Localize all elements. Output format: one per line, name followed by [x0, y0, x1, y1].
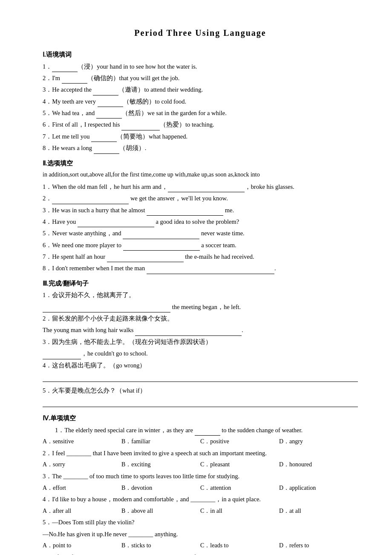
- section-1-q5: 5．We had tea，and （然后）we sat in the garde…: [43, 108, 358, 119]
- section-3-header: Ⅲ.完成/翻译句子: [43, 278, 358, 289]
- section-2-wordbank: in addition,sort out,above all,for the f…: [43, 170, 358, 180]
- section-4-q3: 3．The ________ of too much time to sport…: [43, 471, 358, 493]
- section-1-header: Ⅰ.语境填词: [43, 49, 358, 61]
- section-4-q1: 1．The elderly need special care in winte…: [43, 425, 358, 447]
- q4-choice-c: C．in all: [200, 506, 279, 516]
- q1-choice-a: A．sensitive: [43, 436, 121, 447]
- section-3-q3: 3．因为生病，他不能去上学。（现在分词短语作原因状语） ，he couldn't…: [43, 337, 358, 359]
- section-1-q6: 6．First of all，I respected his （热爱）to te…: [43, 119, 358, 130]
- q2-choice-c: C．pleasant: [200, 460, 279, 470]
- section-2-q8: 8．I don't remember when I met the man .: [43, 263, 358, 274]
- section-1-q3: 3．He accepted the （邀请）to attend their we…: [43, 84, 358, 95]
- section-3-q4: 4．这台机器出毛病了。（go wrong）: [43, 360, 358, 382]
- section-1-q1: 1．（浸）your hand in to see how hot the wat…: [43, 61, 358, 72]
- section-2-q1: 1．When the old man fell，he hurt his arm …: [43, 182, 358, 192]
- section-2-q5: 5．Never waste anything，and never waste t…: [43, 228, 358, 239]
- q5-choice-b: B．sticks to: [121, 541, 200, 551]
- q3-choice-d: D．application: [279, 483, 358, 493]
- section-2-q2: 2． we get the answer，we'll let you know.: [43, 193, 358, 204]
- section-1-q2: 2．I'm （确信的）that you will get the job.: [43, 73, 358, 84]
- q4-choice-b: B．above all: [121, 506, 200, 516]
- section-2: Ⅱ.选项填空 in addition,sort out,above all,fo…: [43, 158, 358, 274]
- q3-choice-a: A．effort: [43, 483, 121, 493]
- q5-choice-a: A．point to: [43, 541, 121, 551]
- q1-choice-c: C．positive: [200, 436, 279, 447]
- section-2-q6: 6．We need one more player to a soccer te…: [43, 240, 358, 251]
- section-4-q6: 6．After a further discussion，both sides_…: [43, 552, 358, 555]
- section-2-q7: 7．He spent half an hour the e-mails he h…: [43, 251, 358, 262]
- section-2-header: Ⅱ.选项填空: [43, 158, 358, 169]
- section-2-q3: 3．He was in such a hurry that he almost …: [43, 205, 358, 216]
- page-title: Period Three Using Language: [43, 26, 358, 40]
- section-1-q4: 4．My teeth are very （敏感的）to cold food.: [43, 96, 358, 107]
- section-1-q7: 7．Let me tell you （简要地）what happened.: [43, 131, 358, 142]
- q2-choice-d: D．honoured: [279, 460, 358, 470]
- q4-choice-d: D．at all: [279, 506, 358, 516]
- section-3: Ⅲ.完成/翻译句子 1．会议开始不久，他就离开了。 the meeting be…: [43, 278, 358, 408]
- section-4: Ⅳ.单项填空 1．The elderly need special care i…: [43, 413, 358, 555]
- q2-choice-a: A．sorry: [43, 460, 121, 470]
- section-3-q5: 5．火车要是晚点怎么办？（what if）: [43, 385, 358, 407]
- q3-choice-b: B．devotion: [121, 483, 200, 493]
- section-4-q2: 2．I feel ________ that I have been invit…: [43, 448, 358, 470]
- q5-choice-c: C．leads to: [200, 541, 279, 551]
- section-2-q4: 4．Have you a good idea to solve the prob…: [43, 217, 358, 227]
- q4-choice-a: A．after all: [43, 506, 121, 516]
- q1-choice-b: B．familiar: [121, 436, 200, 447]
- section-1: Ⅰ.语境填词 1．（浸）your hand in to see how hot …: [43, 49, 358, 154]
- section-4-q4: 4．I'd like to buy a house，modern and com…: [43, 494, 358, 516]
- q2-choice-b: B．exciting: [121, 460, 200, 470]
- section-4-header: Ⅳ.单项填空: [43, 413, 358, 424]
- section-4-q5: 5．—Does Tom still play the violin? —No.H…: [43, 517, 358, 551]
- q3-choice-c: C．attention: [200, 483, 279, 493]
- q5-choice-d: D．refers to: [279, 541, 358, 551]
- section-3-q1: 1．会议开始不久，他就离开了。 the meeting began，he lef…: [43, 290, 358, 312]
- section-3-q2: 2．留长发的那个小伙子走起路来就像个女孩。 The young man with…: [43, 313, 358, 336]
- section-1-q8: 8．He wears a long （胡须）.: [43, 143, 358, 153]
- q1-choice-d: D．angry: [279, 436, 358, 447]
